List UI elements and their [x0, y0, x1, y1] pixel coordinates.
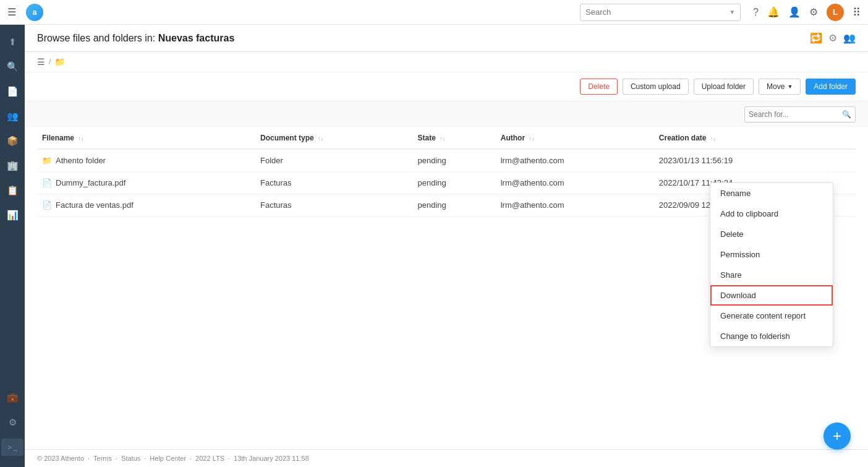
sort-filename-icon[interactable]: ↑↓ — [78, 135, 83, 142]
sidebar-item-search[interactable]: 🔍 — [1, 56, 23, 78]
help-icon[interactable]: ? — [753, 7, 759, 18]
context-menu-item[interactable]: Permission — [710, 244, 833, 265]
sort-date-icon[interactable]: ↑↓ — [710, 135, 716, 142]
move-button[interactable]: Move ▼ — [759, 79, 801, 95]
toolbar: Delete Custom upload Upload folder Move … — [25, 72, 868, 101]
logo[interactable]: a — [26, 4, 43, 21]
list-view-icon[interactable]: ☰ — [37, 57, 45, 67]
content-toolbar: 🔍 — [25, 101, 868, 127]
cell-row-actions — [834, 172, 856, 194]
sort-state-icon[interactable]: ↑↓ — [440, 135, 445, 142]
table-row[interactable]: 📁Athento folder Folder pending lrm@athen… — [37, 149, 856, 172]
footer-sep5: · — [228, 455, 230, 462]
footer-sep3: · — [144, 455, 146, 462]
page-title: Browse files and folders in: Nuevas fact… — [37, 33, 234, 44]
context-menu-item[interactable]: Share — [710, 265, 833, 285]
breadcrumb: ☰ / 📁 — [25, 52, 868, 72]
sort-author-icon[interactable]: ↑↓ — [529, 135, 534, 142]
cell-state: pending — [412, 194, 495, 216]
col-document-type[interactable]: Document type ↑↓ — [255, 127, 412, 149]
sidebar-item-users[interactable]: 👥 — [1, 105, 23, 127]
footer-terms-link[interactable]: Terms — [93, 455, 112, 462]
sidebar-item-settings[interactable]: ⚙ — [1, 411, 23, 434]
share-header-icon[interactable]: 🔁 — [810, 32, 822, 44]
footer-sep4: · — [190, 455, 192, 462]
cell-state: pending — [412, 172, 495, 194]
cell-row-actions — [834, 194, 856, 216]
navbar: ☰ a ▼ ? 🔔 👤 ⚙ L ⠿ — [0, 0, 868, 25]
file-search-icon: 🔍 — [842, 110, 851, 119]
users-nav-icon[interactable]: 👤 — [788, 6, 801, 18]
cell-filename: 📁Athento folder — [37, 149, 255, 172]
context-menu: RenameAdd to clipboardDeletePermissionSh… — [710, 182, 833, 347]
footer-copyright: © 2023 Athento — [37, 455, 84, 462]
sort-doctype-icon[interactable]: ↑↓ — [318, 135, 323, 142]
col-filename[interactable]: Filename ↑↓ — [37, 127, 255, 149]
apps-grid-icon[interactable]: ⠿ — [853, 6, 861, 19]
cell-date: 2023/01/13 11:56:19 — [654, 149, 835, 172]
col-author[interactable]: Author ↑↓ — [496, 127, 654, 149]
move-dropdown-icon: ▼ — [787, 84, 793, 90]
settings-nav-icon[interactable]: ⚙ — [809, 6, 818, 18]
fab-button[interactable]: + — [823, 422, 851, 450]
cell-doctype: Facturas — [255, 194, 412, 216]
footer-status-link[interactable]: Status — [121, 455, 140, 462]
page-header-actions: 🔁 ⚙ 👥 — [810, 32, 856, 44]
hamburger-button[interactable]: ☰ — [7, 6, 16, 18]
cell-author: lrm@athento.com — [496, 172, 654, 194]
breadcrumb-separator: / — [49, 58, 51, 66]
cell-author: lrm@athento.com — [496, 194, 654, 216]
context-menu-item[interactable]: Download — [710, 285, 833, 306]
folder-row-icon: 📁 — [42, 156, 52, 165]
cell-state: pending — [412, 149, 495, 172]
cell-filename: 📄Factura de ventas.pdf — [37, 194, 255, 216]
search-bar[interactable]: ▼ — [580, 4, 741, 21]
cell-filename: 📄Dummy_factura.pdf — [37, 172, 255, 194]
footer-date: 13th January 2023 11:58 — [234, 455, 309, 462]
footer-version: 2022 LTS — [195, 455, 224, 462]
context-menu-item[interactable]: Add to clipboard — [710, 204, 833, 224]
search-dropdown-icon[interactable]: ▼ — [729, 9, 735, 15]
sidebar-expand-button[interactable]: > _ — [1, 439, 23, 456]
sidebar-item-documents[interactable]: 📄 — [1, 80, 23, 103]
col-actions — [834, 127, 856, 149]
cell-doctype: Folder — [255, 149, 412, 172]
pdf-row-icon: 📄 — [42, 200, 52, 210]
file-search-box[interactable]: 🔍 — [744, 106, 856, 122]
upload-folder-button[interactable]: Upload folder — [694, 79, 754, 95]
context-menu-item[interactable]: Change to folderish — [710, 326, 833, 346]
logo-circle: a — [26, 4, 43, 21]
search-input[interactable] — [585, 7, 729, 17]
notifications-icon[interactable]: 🔔 — [767, 6, 780, 18]
page-header: Browse files and folders in: Nuevas fact… — [25, 25, 868, 52]
context-menu-item[interactable]: Generate content report — [710, 306, 833, 326]
sidebar-item-briefcase[interactable]: 💼 — [1, 387, 23, 409]
file-search-input[interactable] — [749, 110, 842, 119]
footer-sep1: · — [88, 455, 90, 462]
context-menu-item[interactable]: Rename — [710, 183, 833, 204]
users-header-icon[interactable]: 👥 — [843, 32, 856, 44]
folder-breadcrumb-icon[interactable]: 📁 — [54, 57, 65, 67]
delete-button[interactable]: Delete — [580, 79, 618, 95]
sidebar-item-packages[interactable]: 📦 — [1, 130, 23, 152]
footer-help-link[interactable]: Help Center — [150, 455, 186, 462]
context-menu-item[interactable]: Delete — [710, 224, 833, 244]
add-folder-button[interactable]: Add folder — [806, 79, 856, 95]
sidebar-item-upload[interactable]: ⬆ — [1, 31, 23, 53]
custom-upload-button[interactable]: Custom upload — [623, 79, 689, 95]
cell-author: lrm@athento.com — [496, 149, 654, 172]
col-creation-date[interactable]: Creation date ↑↓ — [654, 127, 835, 149]
avatar[interactable]: L — [827, 4, 844, 21]
sidebar: ⬆ 🔍 📄 👥 📦 🏢 📋 📊 💼 ⚙ > _ — [0, 25, 25, 467]
pdf-row-icon: 📄 — [42, 178, 52, 187]
footer-sep2: · — [116, 455, 117, 462]
cell-doctype: Facturas — [255, 172, 412, 194]
sidebar-item-reports[interactable]: 📊 — [1, 204, 23, 226]
sidebar-item-org[interactable]: 🏢 — [1, 155, 23, 177]
footer: © 2023 Athento · Terms · Status · Help C… — [25, 449, 868, 467]
sidebar-item-tasks[interactable]: 📋 — [1, 179, 23, 202]
navbar-icons: ? 🔔 👤 ⚙ L ⠿ — [753, 4, 861, 21]
cell-row-actions — [834, 149, 856, 172]
settings-header-icon[interactable]: ⚙ — [828, 32, 837, 44]
col-state[interactable]: State ↑↓ — [412, 127, 495, 149]
